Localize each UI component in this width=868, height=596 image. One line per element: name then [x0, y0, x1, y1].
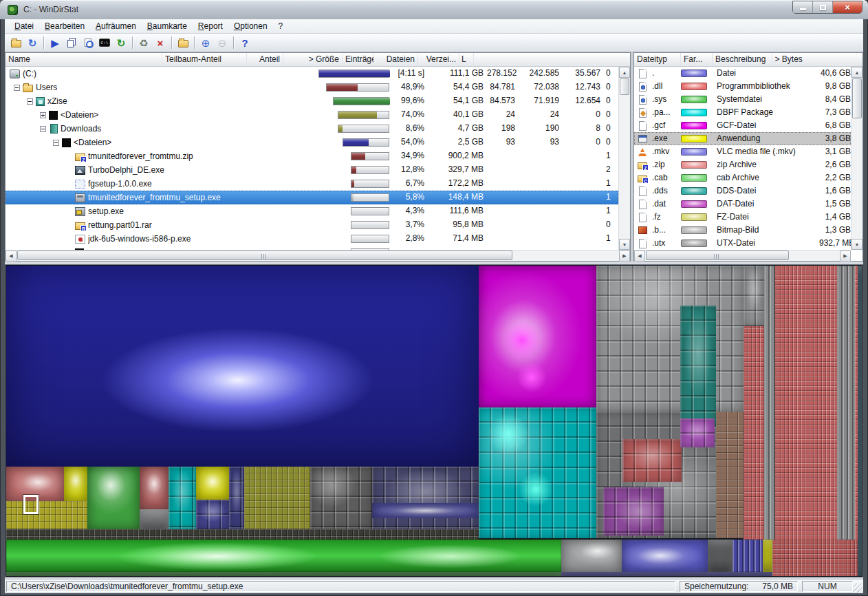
- file-row[interactable]: TurboDelphi_DE.exe12,8%329,7 MB2: [6, 163, 618, 177]
- extension-row[interactable]: .Datei40,6 GB: [634, 67, 851, 80]
- treemap-region-right-edge[interactable]: [858, 266, 862, 576]
- treemap-region-olive-dark-cluster[interactable]: [244, 467, 310, 529]
- treemap-region-dark-mixed[interactable]: [372, 467, 479, 529]
- file-list-vertical-scrollbar[interactable]: ▲ ▼: [618, 67, 630, 250]
- treemap-region-yellow-block[interactable]: [64, 467, 87, 501]
- treemap-region-navy-tiles[interactable]: [229, 467, 244, 529]
- column-header-anteil[interactable]: Anteil: [247, 53, 283, 66]
- treemap-region-blue-cushion[interactable]: [6, 266, 479, 467]
- extension-row[interactable]: .dllProgrammbibliothek9,8 GB: [634, 80, 851, 93]
- treemap-region-teal-patch[interactable]: [680, 306, 716, 426]
- column-header-eintrge[interactable]: Einträge: [343, 53, 374, 66]
- treemap-region-green-block[interactable]: [87, 467, 140, 529]
- column-header-beschreibung[interactable]: Beschreibung: [713, 53, 772, 66]
- treemap-region-gray-column[interactable]: [764, 266, 775, 540]
- treemap[interactable]: [6, 266, 862, 576]
- menu-item-aufrumen[interactable]: Aufräumen: [90, 19, 142, 33]
- treemap-region-bottom-strip[interactable]: [6, 572, 561, 576]
- treemap-region-purple-patch[interactable]: [680, 418, 715, 447]
- file-list-horizontal-scrollbar[interactable]: ◀ ▶: [6, 250, 630, 261]
- treemap-region-cyan-spot[interactable]: [519, 472, 553, 507]
- scroll-left-icon[interactable]: ◀: [634, 251, 645, 262]
- zoom-in-button[interactable]: ⊕: [197, 35, 214, 51]
- column-header-l[interactable]: L: [459, 53, 474, 66]
- type-list-vertical-scrollbar[interactable]: ▲ ▼: [851, 67, 862, 250]
- file-row[interactable]: <Dateien>74,0%40,1 GB242400: [6, 108, 618, 122]
- column-header-far[interactable]: Far...: [681, 53, 713, 66]
- file-row[interactable]: jdk-6u5-windows-i586-p.exe2,8%71,4 MB1: [6, 232, 618, 246]
- minimize-button[interactable]: [793, 1, 813, 13]
- scroll-up-icon[interactable]: ▲: [619, 67, 630, 78]
- file-row[interactable]: <Dateien>54,0%2,5 GB939300: [6, 136, 618, 149]
- extension-row[interactable]: C.cabcab Archive2,2 GB: [634, 171, 851, 184]
- treemap-region-noise-strip[interactable]: [6, 529, 479, 540]
- copy-path-button[interactable]: [63, 35, 80, 51]
- collapse-icon[interactable]: [53, 140, 59, 146]
- type-list-horizontal-scrollbar[interactable]: ◀ ▶: [634, 250, 851, 261]
- treemap-region-green-bar[interactable]: [6, 540, 561, 572]
- treemap-region-magenta-spot[interactable]: [503, 321, 541, 359]
- file-row-selected[interactable]: tmunitedforever_fromtmu_setup.exe5,8%148…: [6, 191, 618, 204]
- expand-icon[interactable]: [40, 112, 46, 118]
- scrollbar-thumb[interactable]: [620, 78, 629, 95]
- treemap-region-yellow-block[interactable]: [196, 467, 229, 500]
- scroll-down-icon[interactable]: ▼: [851, 239, 862, 250]
- scrollbar-thumb[interactable]: [17, 251, 512, 260]
- resize-grip[interactable]: [854, 584, 862, 593]
- close-button[interactable]: ×: [833, 1, 862, 13]
- treemap-region-gray-cluster-top[interactable]: [596, 266, 744, 412]
- scroll-right-icon[interactable]: ▶: [840, 251, 851, 262]
- extension-row[interactable]: .b...Bitmap-Bild1,3 GB: [634, 224, 851, 237]
- open-in-explorer-button[interactable]: [80, 35, 96, 51]
- treemap-region-cyan-spot[interactable]: [488, 414, 529, 455]
- treemap-region-bottom-strip[interactable]: [561, 572, 772, 576]
- treemap-region-yellow-sliver[interactable]: [763, 540, 772, 572]
- column-header-verzei[interactable]: Verzei...: [418, 53, 459, 66]
- extension-row[interactable]: .ddsDDS-Datei1,6 GB: [634, 184, 851, 198]
- file-row[interactable]: setup.exe4,3%111,6 MB1: [6, 204, 618, 218]
- collapse-icon[interactable]: [14, 85, 20, 91]
- file-row[interactable]: fgsetup-1.0.0.exe6,7%172,2 MB1: [6, 177, 618, 191]
- column-header-dateityp[interactable]: Dateityp: [634, 53, 681, 66]
- file-row[interactable]: Users48,9%54,4 GB84.78172.03812.7430: [6, 81, 618, 94]
- menu-item-report[interactable]: Report: [193, 19, 228, 33]
- treemap-region-red-bottom[interactable]: [772, 540, 858, 576]
- extension-row[interactable]: .pa...DBPF Package7,3 GB: [634, 106, 851, 119]
- extension-row[interactable]: .datDAT-Datei1,5 GB: [634, 198, 851, 211]
- delete-button[interactable]: ×: [152, 35, 169, 51]
- file-row[interactable]: Downloads8,6%4,7 GB19819080: [6, 122, 618, 136]
- file-row[interactable]: (C:)[4:11 s]111,1 GB278.152242.58535.567…: [6, 67, 618, 81]
- titlebar[interactable]: C: - WinDirStat ×: [0, 0, 868, 19]
- refresh-selected-button[interactable]: ↻: [24, 35, 41, 51]
- maximize-button[interactable]: [813, 1, 833, 13]
- scroll-right-icon[interactable]: ▶: [619, 251, 630, 262]
- treemap-region-gray-column[interactable]: [837, 266, 855, 540]
- scroll-down-icon[interactable]: ▼: [619, 239, 630, 250]
- collapse-icon[interactable]: [27, 98, 33, 105]
- column-header-dateien[interactable]: Dateien: [374, 53, 418, 66]
- treemap-region-teal-block[interactable]: [169, 467, 196, 529]
- treemap-region-blue-bar[interactable]: [733, 540, 763, 572]
- treemap-region-gray-patch[interactable]: [744, 266, 764, 326]
- file-row[interactable]: xZise99,6%54,1 GB84.57371.91912.6540: [6, 94, 618, 108]
- scroll-left-icon[interactable]: ◀: [6, 251, 17, 262]
- menu-item-bearbeiten[interactable]: Bearbeiten: [39, 19, 90, 33]
- treemap-region-blue-band[interactable]: [372, 503, 479, 518]
- treemap-region-purple-patch[interactable]: [603, 487, 664, 535]
- extension-row[interactable]: .fzFZ-Datei1,4 GB: [634, 211, 851, 224]
- treemap-region-red-block[interactable]: [140, 467, 169, 509]
- scrollbar-thumb[interactable]: [646, 251, 789, 260]
- treemap-region-gray-block[interactable]: [140, 509, 169, 529]
- command-prompt-button[interactable]: [96, 35, 113, 51]
- refresh-all-button[interactable]: ↻: [113, 35, 129, 51]
- column-header-bytes[interactable]: > Bytes: [772, 53, 804, 66]
- treemap-region-blue-bar[interactable]: [622, 540, 708, 572]
- column-header-teilbaumanteil[interactable]: Teilbaum-Anteil: [162, 53, 247, 66]
- treemap-region-mixed-column[interactable]: [716, 412, 744, 538]
- treemap-region-navy-tiles[interactable]: [196, 500, 229, 529]
- treemap-region-magenta-spot[interactable]: [517, 362, 547, 392]
- extension-row[interactable]: .sysSystemdatei8,4 GB: [634, 93, 851, 106]
- open-button[interactable]: [8, 35, 24, 51]
- menu-item-datei[interactable]: Datei: [9, 19, 39, 33]
- menu-item-baumkarte[interactable]: Baumkarte: [142, 19, 193, 33]
